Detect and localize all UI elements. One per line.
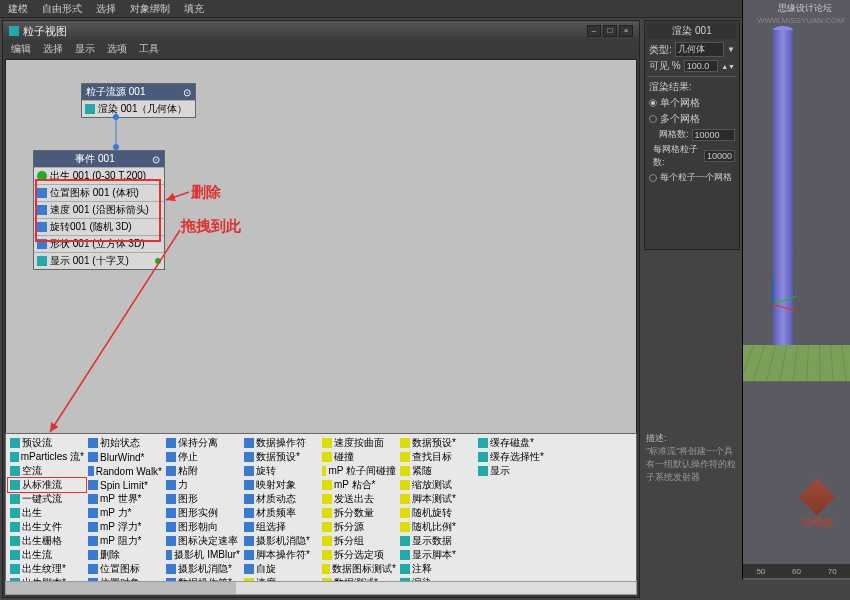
depot-operator[interactable]: 发送出去 (320, 492, 398, 506)
depot-operator[interactable]: BlurWind* (86, 450, 164, 464)
depot-operator[interactable]: 脚本操作符* (242, 548, 320, 562)
spinner-icon[interactable]: ▲▼ (721, 63, 735, 70)
depot-operator[interactable]: Spin Limit* (86, 478, 164, 492)
dropdown-arrow-icon[interactable]: ▼ (727, 45, 735, 54)
depot-operator[interactable]: 组选择 (242, 520, 320, 534)
depot-operator[interactable]: 出生文件 (8, 520, 86, 534)
depot-operator[interactable]: 显示数据 (398, 534, 476, 548)
depot-operator[interactable]: 速度按曲面 (320, 436, 398, 450)
depot-operator[interactable]: 数据操作符 (242, 436, 320, 450)
depot-operator[interactable]: 随机旋转 (398, 506, 476, 520)
depot-operator[interactable]: 图形 (164, 492, 242, 506)
menu-item[interactable]: 自由形式 (42, 2, 82, 15)
axis-gizmo[interactable] (773, 275, 803, 305)
depot-operator[interactable]: 位置图标 (86, 562, 164, 576)
type-dropdown[interactable]: 几何体 (675, 42, 724, 57)
depot-operator[interactable]: 拆分源 (320, 520, 398, 534)
depot-operator[interactable]: 保持分离 (164, 436, 242, 450)
rotation-operator[interactable]: 旋转001 (随机 3D) (34, 218, 164, 235)
menu-display[interactable]: 显示 (75, 42, 95, 56)
source-node[interactable]: 粒子流源 001 ⊙ 渲染 001（几何体） (81, 83, 196, 118)
menu-options[interactable]: 选项 (107, 42, 127, 56)
menu-item[interactable]: 选择 (96, 2, 116, 15)
timeline-ruler[interactable]: 50 60 70 (743, 564, 850, 578)
depot-operator[interactable]: 显示 (476, 464, 554, 478)
depot-operator[interactable]: 映射对象 (242, 478, 320, 492)
depot-operator[interactable]: 材质动态 (242, 492, 320, 506)
depot-operator[interactable]: 出生纹理* (8, 562, 86, 576)
depot-operator[interactable]: 拆分选定项 (320, 548, 398, 562)
depot-operator[interactable]: 拆分组 (320, 534, 398, 548)
event-node[interactable]: 事件 001 ⊙ 出生 001 (0-30 T.200) 位置图标 001 (体… (33, 150, 165, 270)
depot-operator[interactable]: 旋转 (242, 464, 320, 478)
z-axis[interactable] (773, 279, 774, 304)
flow-canvas[interactable]: 粒子流源 001 ⊙ 渲染 001（几何体） 事件 001 ⊙ 出生 001 (… (5, 59, 637, 436)
menu-item[interactable]: 对象绑制 (130, 2, 170, 15)
depot-operator[interactable]: mP 浮力* (86, 520, 164, 534)
depot-operator[interactable]: 空流 (8, 464, 86, 478)
depot-operator[interactable]: 预设流 (8, 436, 86, 450)
depot-operator[interactable]: mP 粒子间碰撞 (320, 464, 398, 478)
depot-operator[interactable]: Random Walk* (86, 464, 164, 478)
visibility-spinner[interactable]: 100.0 (684, 60, 718, 72)
depot-operator[interactable]: 紧随 (398, 464, 476, 478)
depot-operator[interactable]: 初始状态 (86, 436, 164, 450)
radio-each-particle[interactable] (649, 174, 657, 182)
render-operator[interactable]: 渲染 001（几何体） (82, 100, 195, 117)
menu-item[interactable]: 建模 (8, 2, 28, 15)
depot-operator[interactable]: 缩放测试 (398, 478, 476, 492)
depot-scrollbar[interactable] (5, 581, 637, 595)
depot-operator[interactable]: 图形朝向 (164, 520, 242, 534)
per-grid-spinner[interactable]: 10000 (704, 150, 735, 162)
depot-operator[interactable]: 数据预设* (398, 436, 476, 450)
node-title[interactable]: 事件 001 ⊙ (34, 151, 164, 167)
menu-tools[interactable]: 工具 (139, 42, 159, 56)
depot-operator[interactable]: 数据预设* (242, 450, 320, 464)
depot-operator[interactable]: 图形实例 (164, 506, 242, 520)
menu-edit[interactable]: 编辑 (11, 42, 31, 56)
minimize-button[interactable]: – (587, 25, 601, 37)
depot-operator[interactable]: 随机比例* (398, 520, 476, 534)
depot-operator[interactable]: 出生栅格 (8, 534, 86, 548)
depot-operator[interactable]: 显示脚本* (398, 548, 476, 562)
depot-operator[interactable]: 查找目标 (398, 450, 476, 464)
depot-operator[interactable]: 注释 (398, 562, 476, 576)
birth-operator[interactable]: 出生 001 (0-30 T.200) (34, 167, 164, 184)
node-title[interactable]: 粒子流源 001 ⊙ (82, 84, 195, 100)
display-operator[interactable]: 显示 001 (十字叉) (34, 252, 164, 269)
position-operator[interactable]: 位置图标 001 (体积) (34, 184, 164, 201)
depot-operator[interactable]: 摄影机消隐* (164, 562, 242, 576)
y-axis[interactable] (773, 295, 797, 304)
grid-count-spinner[interactable]: 10000 (692, 129, 735, 141)
depot-operator[interactable]: 停止 (164, 450, 242, 464)
menu-select[interactable]: 选择 (43, 42, 63, 56)
scrollbar-thumb[interactable] (6, 582, 236, 594)
window-titlebar[interactable]: 粒子视图 – □ × (3, 21, 639, 41)
depot-operator[interactable]: 删除 (86, 548, 164, 562)
shape-operator[interactable]: 形状 001 (立方体 3D) (34, 235, 164, 252)
depot-operator[interactable]: 拆分数量 (320, 506, 398, 520)
depot-operator[interactable]: 自旋 (242, 562, 320, 576)
depot-operator[interactable]: mP 阻力* (86, 534, 164, 548)
depot-operator[interactable]: 碰撞 (320, 450, 398, 464)
depot-operator[interactable]: 粘附 (164, 464, 242, 478)
depot-operator[interactable]: 摄影机消隐* (242, 534, 320, 548)
depot-operator[interactable]: 缓存磁盘* (476, 436, 554, 450)
maximize-button[interactable]: □ (603, 25, 617, 37)
radio-single-mesh[interactable] (649, 99, 657, 107)
depot-operator[interactable]: 材质频率 (242, 506, 320, 520)
depot-operator[interactable]: 图标决定速率 (164, 534, 242, 548)
depot-operator[interactable]: 摄影机 IMBlur* (164, 548, 242, 562)
depot-operator[interactable]: 出生 (8, 506, 86, 520)
operator-depot[interactable]: 预设流mParticles 流*空流从标准流一键式流出生出生文件出生栅格出生流出… (5, 433, 637, 595)
depot-operator[interactable]: mParticles 流* (8, 450, 86, 464)
depot-operator[interactable]: 出生流 (8, 548, 86, 562)
depot-operator[interactable]: 一键式流 (8, 492, 86, 506)
depot-operator[interactable]: 力 (164, 478, 242, 492)
depot-operator[interactable]: 数据图标测试* (320, 562, 398, 576)
speed-operator[interactable]: 速度 001 (沿图标箭头) (34, 201, 164, 218)
depot-operator[interactable]: 从标准流 (8, 478, 86, 492)
depot-operator[interactable]: mP 力* (86, 506, 164, 520)
depot-operator[interactable]: mP 粘合* (320, 478, 398, 492)
viewport-3d[interactable]: 思缘设计论坛 WWW.MISSYUAN.COM 3D学院 50 60 70 (742, 0, 850, 580)
